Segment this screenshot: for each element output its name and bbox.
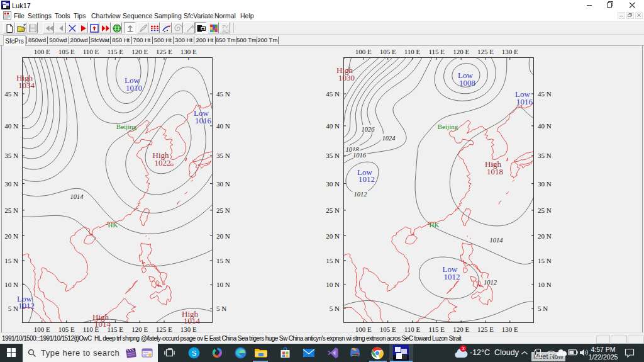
svg-text:115 E: 115 E [108, 48, 124, 55]
svg-text:1018: 1018 [487, 167, 503, 176]
svg-text:1030: 1030 [338, 73, 355, 82]
svg-text:35 N: 35 N [4, 152, 18, 159]
svg-text:1024: 1024 [382, 135, 396, 142]
svg-text:40 N: 40 N [4, 122, 18, 130]
svg-text:5 N: 5 N [538, 305, 548, 312]
svg-text:25 N: 25 N [538, 206, 552, 214]
svg-text:1014: 1014 [70, 193, 84, 200]
svg-text:35 N: 35 N [216, 152, 230, 159]
svg-text:10 N: 10 N [326, 281, 340, 288]
svg-text:30 N: 30 N [4, 180, 18, 188]
svg-text:1022: 1022 [155, 158, 171, 167]
svg-text:35 N: 35 N [326, 152, 340, 159]
svg-text:1016: 1016 [195, 116, 212, 125]
svg-text:1012: 1012 [354, 191, 368, 198]
svg-text:20 N: 20 N [216, 232, 230, 240]
svg-text:1010: 1010 [126, 83, 142, 93]
svg-text:35 N: 35 N [538, 152, 552, 159]
svg-text:25 N: 25 N [326, 206, 340, 214]
svg-text:45 N: 45 N [4, 90, 18, 98]
svg-text:105 E: 105 E [58, 48, 75, 55]
svg-text:110 E: 110 E [83, 48, 99, 55]
svg-text:HK: HK [430, 221, 440, 229]
svg-text:10 N: 10 N [538, 281, 552, 288]
svg-text:1016: 1016 [516, 97, 533, 106]
svg-text:130 E: 130 E [180, 325, 197, 333]
svg-text:40 N: 40 N [326, 122, 340, 130]
svg-text:105 E: 105 E [58, 325, 75, 333]
svg-text:105 E: 105 E [380, 48, 396, 55]
svg-text:10 N: 10 N [216, 281, 230, 288]
svg-text:30 N: 30 N [216, 180, 230, 188]
svg-text:130 E: 130 E [502, 48, 518, 55]
svg-text:100 E: 100 E [34, 325, 50, 333]
svg-text:105 E: 105 E [380, 325, 396, 333]
svg-text:25 N: 25 N [216, 206, 230, 214]
svg-text:1014: 1014 [94, 319, 111, 329]
svg-text:110 E: 110 E [404, 325, 421, 333]
svg-text:40 N: 40 N [216, 122, 230, 130]
svg-text:15 N: 15 N [4, 257, 18, 264]
svg-text:20 N: 20 N [538, 232, 552, 240]
svg-text:130 E: 130 E [180, 48, 197, 55]
svg-text:120 E: 120 E [453, 48, 469, 55]
svg-text:120 E: 120 E [453, 325, 469, 333]
svg-text:1014: 1014 [490, 237, 504, 244]
svg-text:1026: 1026 [362, 126, 375, 133]
svg-text:30 N: 30 N [538, 180, 552, 188]
svg-text:1034: 1034 [18, 81, 35, 90]
svg-text:125 E: 125 E [477, 325, 494, 333]
svg-text:115 E: 115 E [429, 48, 445, 55]
svg-text:15 N: 15 N [538, 257, 552, 264]
svg-text:1012: 1012 [444, 272, 460, 281]
svg-text:115 E: 115 E [429, 325, 445, 333]
svg-text:15 N: 15 N [216, 257, 230, 264]
svg-text:S: S [192, 349, 197, 357]
svg-text:45 N: 45 N [216, 90, 230, 98]
svg-text:100 E: 100 E [34, 48, 50, 55]
svg-text:110 E: 110 E [404, 48, 421, 55]
svg-text:AO: AO [222, 28, 229, 34]
svg-text:1016: 1016 [353, 152, 367, 159]
svg-text:HK: HK [108, 221, 118, 229]
svg-text:Beijing: Beijing [438, 123, 458, 130]
svg-text:1012: 1012 [484, 279, 497, 286]
svg-text:45 N: 45 N [538, 90, 552, 98]
svg-text:125 E: 125 E [156, 48, 172, 55]
svg-text:20 N: 20 N [326, 232, 340, 240]
svg-text:125 E: 125 E [156, 325, 172, 333]
svg-text:100 E: 100 E [355, 325, 372, 333]
svg-text:5 N: 5 N [216, 305, 226, 312]
svg-text:30 N: 30 N [326, 180, 340, 188]
svg-text:125 E: 125 E [477, 48, 494, 55]
svg-text:1012: 1012 [358, 174, 375, 184]
svg-text:100 E: 100 E [355, 48, 372, 55]
svg-text:3: 3 [462, 346, 465, 351]
svg-text:15 N: 15 N [326, 257, 340, 264]
svg-text:M365: M365 [352, 354, 358, 357]
svg-text:20 N: 20 N [4, 232, 18, 240]
svg-text:40 N: 40 N [538, 122, 552, 130]
svg-text:45 N: 45 N [326, 90, 340, 98]
svg-text:10 N: 10 N [4, 281, 18, 288]
svg-text:1008: 1008 [459, 78, 475, 88]
svg-text:120 E: 120 E [131, 325, 148, 333]
svg-text:25 N: 25 N [4, 206, 18, 214]
svg-text:5 N: 5 N [330, 305, 340, 312]
svg-text:120 E: 120 E [131, 48, 148, 55]
svg-text:5 N: 5 N [8, 305, 18, 312]
svg-text:Beijing: Beijing [116, 123, 137, 130]
svg-text:1014: 1014 [184, 316, 201, 325]
svg-text:130 E: 130 E [502, 325, 518, 333]
svg-text:1012: 1012 [18, 301, 35, 310]
